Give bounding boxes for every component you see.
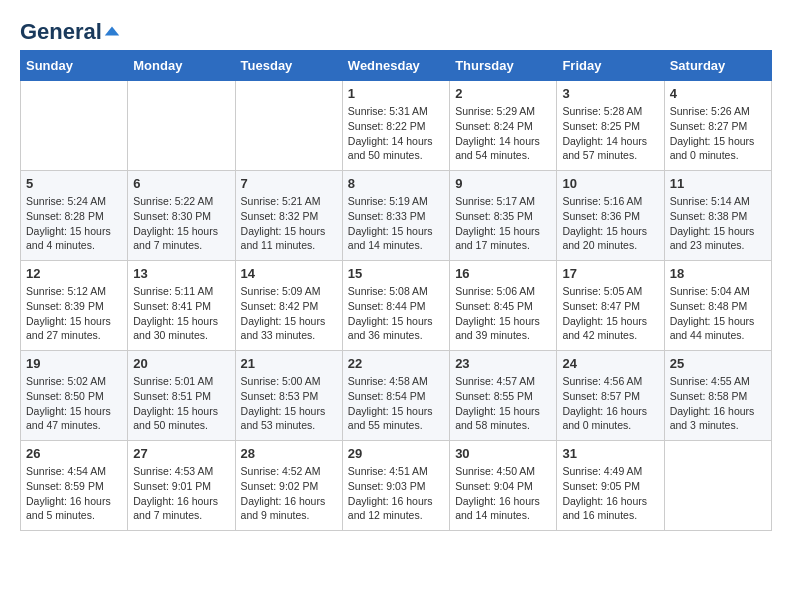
calendar-cell: 25Sunrise: 4:55 AM Sunset: 8:58 PM Dayli… <box>664 351 771 441</box>
calendar-week-row: 1Sunrise: 5:31 AM Sunset: 8:22 PM Daylig… <box>21 81 772 171</box>
cell-info: Sunrise: 5:29 AM Sunset: 8:24 PM Dayligh… <box>455 104 551 163</box>
day-number: 26 <box>26 446 122 461</box>
calendar-cell: 26Sunrise: 4:54 AM Sunset: 8:59 PM Dayli… <box>21 441 128 531</box>
day-number: 9 <box>455 176 551 191</box>
cell-info: Sunrise: 4:53 AM Sunset: 9:01 PM Dayligh… <box>133 464 229 523</box>
calendar-cell: 11Sunrise: 5:14 AM Sunset: 8:38 PM Dayli… <box>664 171 771 261</box>
cell-info: Sunrise: 5:16 AM Sunset: 8:36 PM Dayligh… <box>562 194 658 253</box>
calendar-cell: 29Sunrise: 4:51 AM Sunset: 9:03 PM Dayli… <box>342 441 449 531</box>
calendar-cell <box>21 81 128 171</box>
cell-info: Sunrise: 4:58 AM Sunset: 8:54 PM Dayligh… <box>348 374 444 433</box>
cell-info: Sunrise: 4:50 AM Sunset: 9:04 PM Dayligh… <box>455 464 551 523</box>
cell-info: Sunrise: 5:05 AM Sunset: 8:47 PM Dayligh… <box>562 284 658 343</box>
day-number: 8 <box>348 176 444 191</box>
day-number: 4 <box>670 86 766 101</box>
cell-info: Sunrise: 4:52 AM Sunset: 9:02 PM Dayligh… <box>241 464 337 523</box>
day-number: 15 <box>348 266 444 281</box>
calendar-cell: 12Sunrise: 5:12 AM Sunset: 8:39 PM Dayli… <box>21 261 128 351</box>
calendar-cell: 3Sunrise: 5:28 AM Sunset: 8:25 PM Daylig… <box>557 81 664 171</box>
calendar-cell: 9Sunrise: 5:17 AM Sunset: 8:35 PM Daylig… <box>450 171 557 261</box>
calendar-cell: 21Sunrise: 5:00 AM Sunset: 8:53 PM Dayli… <box>235 351 342 441</box>
cell-info: Sunrise: 5:24 AM Sunset: 8:28 PM Dayligh… <box>26 194 122 253</box>
day-number: 18 <box>670 266 766 281</box>
cell-info: Sunrise: 4:54 AM Sunset: 8:59 PM Dayligh… <box>26 464 122 523</box>
day-number: 20 <box>133 356 229 371</box>
cell-info: Sunrise: 4:55 AM Sunset: 8:58 PM Dayligh… <box>670 374 766 433</box>
day-number: 21 <box>241 356 337 371</box>
weekday-header: Wednesday <box>342 51 449 81</box>
weekday-header: Sunday <box>21 51 128 81</box>
calendar-week-row: 12Sunrise: 5:12 AM Sunset: 8:39 PM Dayli… <box>21 261 772 351</box>
calendar-cell: 13Sunrise: 5:11 AM Sunset: 8:41 PM Dayli… <box>128 261 235 351</box>
day-number: 13 <box>133 266 229 281</box>
cell-info: Sunrise: 5:11 AM Sunset: 8:41 PM Dayligh… <box>133 284 229 343</box>
cell-info: Sunrise: 5:01 AM Sunset: 8:51 PM Dayligh… <box>133 374 229 433</box>
day-number: 22 <box>348 356 444 371</box>
day-number: 28 <box>241 446 337 461</box>
day-number: 31 <box>562 446 658 461</box>
calendar-cell: 14Sunrise: 5:09 AM Sunset: 8:42 PM Dayli… <box>235 261 342 351</box>
calendar-header-row: SundayMondayTuesdayWednesdayThursdayFrid… <box>21 51 772 81</box>
day-number: 10 <box>562 176 658 191</box>
calendar-cell: 15Sunrise: 5:08 AM Sunset: 8:44 PM Dayli… <box>342 261 449 351</box>
calendar-table: SundayMondayTuesdayWednesdayThursdayFrid… <box>20 50 772 531</box>
calendar-cell: 10Sunrise: 5:16 AM Sunset: 8:36 PM Dayli… <box>557 171 664 261</box>
weekday-header: Saturday <box>664 51 771 81</box>
cell-info: Sunrise: 5:21 AM Sunset: 8:32 PM Dayligh… <box>241 194 337 253</box>
calendar-cell: 27Sunrise: 4:53 AM Sunset: 9:01 PM Dayli… <box>128 441 235 531</box>
day-number: 19 <box>26 356 122 371</box>
calendar-cell: 1Sunrise: 5:31 AM Sunset: 8:22 PM Daylig… <box>342 81 449 171</box>
day-number: 25 <box>670 356 766 371</box>
calendar-cell <box>128 81 235 171</box>
weekday-header: Monday <box>128 51 235 81</box>
day-number: 7 <box>241 176 337 191</box>
svg-marker-0 <box>105 27 119 36</box>
calendar-cell: 18Sunrise: 5:04 AM Sunset: 8:48 PM Dayli… <box>664 261 771 351</box>
cell-info: Sunrise: 5:04 AM Sunset: 8:48 PM Dayligh… <box>670 284 766 343</box>
weekday-header: Thursday <box>450 51 557 81</box>
calendar-cell <box>235 81 342 171</box>
day-number: 14 <box>241 266 337 281</box>
calendar-cell: 4Sunrise: 5:26 AM Sunset: 8:27 PM Daylig… <box>664 81 771 171</box>
calendar-cell: 30Sunrise: 4:50 AM Sunset: 9:04 PM Dayli… <box>450 441 557 531</box>
calendar-cell: 31Sunrise: 4:49 AM Sunset: 9:05 PM Dayli… <box>557 441 664 531</box>
calendar-week-row: 19Sunrise: 5:02 AM Sunset: 8:50 PM Dayli… <box>21 351 772 441</box>
day-number: 3 <box>562 86 658 101</box>
cell-info: Sunrise: 5:08 AM Sunset: 8:44 PM Dayligh… <box>348 284 444 343</box>
day-number: 23 <box>455 356 551 371</box>
calendar-cell <box>664 441 771 531</box>
calendar-cell: 6Sunrise: 5:22 AM Sunset: 8:30 PM Daylig… <box>128 171 235 261</box>
calendar-cell: 28Sunrise: 4:52 AM Sunset: 9:02 PM Dayli… <box>235 441 342 531</box>
calendar-cell: 20Sunrise: 5:01 AM Sunset: 8:51 PM Dayli… <box>128 351 235 441</box>
calendar-cell: 24Sunrise: 4:56 AM Sunset: 8:57 PM Dayli… <box>557 351 664 441</box>
day-number: 12 <box>26 266 122 281</box>
weekday-header: Friday <box>557 51 664 81</box>
cell-info: Sunrise: 4:49 AM Sunset: 9:05 PM Dayligh… <box>562 464 658 523</box>
cell-info: Sunrise: 5:12 AM Sunset: 8:39 PM Dayligh… <box>26 284 122 343</box>
cell-info: Sunrise: 5:28 AM Sunset: 8:25 PM Dayligh… <box>562 104 658 163</box>
cell-info: Sunrise: 4:51 AM Sunset: 9:03 PM Dayligh… <box>348 464 444 523</box>
day-number: 30 <box>455 446 551 461</box>
cell-info: Sunrise: 5:26 AM Sunset: 8:27 PM Dayligh… <box>670 104 766 163</box>
cell-info: Sunrise: 5:02 AM Sunset: 8:50 PM Dayligh… <box>26 374 122 433</box>
cell-info: Sunrise: 5:09 AM Sunset: 8:42 PM Dayligh… <box>241 284 337 343</box>
day-number: 24 <box>562 356 658 371</box>
calendar-cell: 5Sunrise: 5:24 AM Sunset: 8:28 PM Daylig… <box>21 171 128 261</box>
cell-info: Sunrise: 5:17 AM Sunset: 8:35 PM Dayligh… <box>455 194 551 253</box>
cell-info: Sunrise: 5:06 AM Sunset: 8:45 PM Dayligh… <box>455 284 551 343</box>
day-number: 29 <box>348 446 444 461</box>
logo-icon <box>103 23 121 41</box>
calendar-cell: 22Sunrise: 4:58 AM Sunset: 8:54 PM Dayli… <box>342 351 449 441</box>
day-number: 17 <box>562 266 658 281</box>
cell-info: Sunrise: 4:56 AM Sunset: 8:57 PM Dayligh… <box>562 374 658 433</box>
calendar-cell: 19Sunrise: 5:02 AM Sunset: 8:50 PM Dayli… <box>21 351 128 441</box>
calendar-cell: 7Sunrise: 5:21 AM Sunset: 8:32 PM Daylig… <box>235 171 342 261</box>
day-number: 2 <box>455 86 551 101</box>
header: General <box>20 20 772 40</box>
calendar-cell: 16Sunrise: 5:06 AM Sunset: 8:45 PM Dayli… <box>450 261 557 351</box>
cell-info: Sunrise: 5:19 AM Sunset: 8:33 PM Dayligh… <box>348 194 444 253</box>
cell-info: Sunrise: 5:31 AM Sunset: 8:22 PM Dayligh… <box>348 104 444 163</box>
page-container: General SundayMondayTuesdayWednesdayThur… <box>20 20 772 531</box>
calendar-week-row: 5Sunrise: 5:24 AM Sunset: 8:28 PM Daylig… <box>21 171 772 261</box>
cell-info: Sunrise: 5:14 AM Sunset: 8:38 PM Dayligh… <box>670 194 766 253</box>
